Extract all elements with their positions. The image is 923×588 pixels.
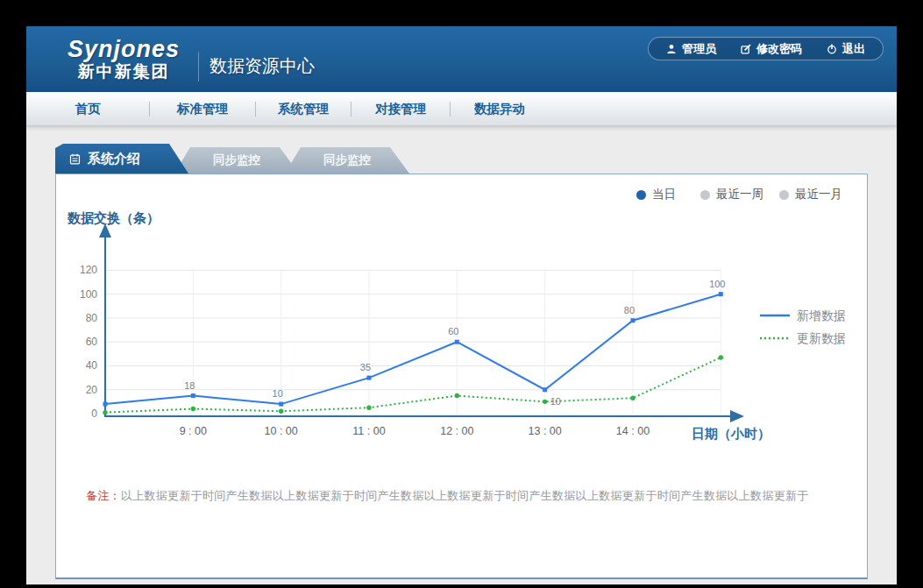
header-action-label: 退出 — [842, 41, 865, 57]
svg-text:100: 100 — [709, 279, 725, 289]
edit-icon — [741, 44, 751, 54]
tabs-row: 系统介绍同步监控同步监控 — [55, 144, 409, 174]
app-header: Synjones 新中新集团 数据资源中心 管理员修改密码退出 — [26, 26, 897, 92]
svg-text:18: 18 — [184, 380, 195, 391]
header-action-edit[interactable]: 修改密码 — [741, 41, 802, 57]
tab-label: 系统介绍 — [88, 151, 140, 167]
header-action-label: 管理员 — [682, 41, 716, 57]
header-action-label: 修改密码 — [756, 41, 802, 57]
footnote-label: 备注： — [86, 489, 121, 502]
svg-text:新增数据: 新增数据 — [797, 308, 846, 322]
svg-text:60: 60 — [448, 326, 458, 337]
svg-text:日期（小时）: 日期（小时） — [692, 426, 770, 442]
svg-text:13 : 00: 13 : 00 — [529, 425, 562, 437]
nav-item-1[interactable]: 首页 — [26, 101, 149, 117]
logo: Synjones 新中新集团 — [61, 38, 186, 81]
svg-text:更新数据: 更新数据 — [797, 331, 846, 345]
footnote-text: 以上数据更新于时间产生数据以上数据更新于时间产生数据以上数据更新于时间产生数据以… — [121, 489, 809, 502]
svg-text:12 : 00: 12 : 00 — [440, 425, 473, 437]
tab-label: 同步监控 — [323, 152, 371, 168]
svg-text:11 : 00: 11 : 00 — [352, 425, 385, 437]
header-action-power[interactable]: 退出 — [827, 41, 865, 57]
tab-3[interactable]: 同步监控 — [285, 147, 409, 174]
tab-label: 同步监控 — [213, 152, 260, 168]
svg-text:20: 20 — [86, 384, 98, 396]
main-nav: 首页标准管理系统管理对接管理数据异动 — [26, 92, 897, 126]
svg-text:35: 35 — [360, 362, 371, 372]
notebook-icon — [69, 153, 81, 165]
nav-item-3[interactable]: 系统管理 — [256, 101, 351, 117]
user-icon — [666, 44, 677, 54]
svg-text:60: 60 — [86, 336, 98, 348]
svg-text:数据交换（条）: 数据交换（条） — [67, 210, 160, 226]
nav-item-4[interactable]: 对接管理 — [351, 101, 450, 117]
logo-text-cn: 新中新集团 — [61, 61, 186, 81]
app-window: Synjones 新中新集团 数据资源中心 管理员修改密码退出 首页标准管理系统… — [26, 26, 897, 584]
svg-text:0: 0 — [91, 407, 97, 420]
svg-text:80: 80 — [624, 305, 635, 315]
header-action-pill: 管理员修改密码退出 — [648, 37, 884, 60]
content-panel: 当日最近一周最近一月 0204060801001209 : 0010 : 001… — [55, 174, 868, 579]
svg-text:10 : 00: 10 : 00 — [265, 425, 298, 437]
svg-text:40: 40 — [86, 359, 98, 372]
tab-2[interactable]: 同步监控 — [174, 147, 299, 174]
svg-text:14 : 00: 14 : 00 — [616, 425, 650, 437]
svg-text:100: 100 — [80, 288, 97, 301]
svg-text:120: 120 — [80, 264, 97, 276]
header-divider — [198, 52, 199, 81]
radio-dot-icon — [700, 190, 710, 200]
footnote: 备注：以上数据更新于时间产生数据以上数据更新于时间产生数据以上数据更新于时间产生… — [86, 488, 809, 504]
svg-text:9 : 00: 9 : 00 — [180, 425, 207, 437]
tab-1[interactable]: 系统介绍 — [55, 144, 188, 174]
svg-text:10: 10 — [273, 388, 283, 399]
radio-dot-icon — [779, 190, 789, 200]
nav-item-5[interactable]: 数据异动 — [451, 101, 549, 117]
svg-text:10: 10 — [550, 396, 561, 407]
data-exchange-line-chart: 0204060801001209 : 0010 : 0011 : 0012 : … — [57, 201, 866, 464]
header-action-user[interactable]: 管理员 — [666, 41, 716, 57]
nav-item-2[interactable]: 标准管理 — [150, 101, 255, 117]
content-area: 系统介绍同步监控同步监控 当日最近一周最近一月 0204060801001209… — [26, 126, 897, 584]
logo-text-en: Synjones — [61, 38, 186, 61]
power-icon — [827, 44, 837, 54]
app-title: 数据资源中心 — [209, 54, 315, 78]
radio-dot-icon — [636, 190, 646, 200]
svg-text:80: 80 — [86, 312, 98, 324]
